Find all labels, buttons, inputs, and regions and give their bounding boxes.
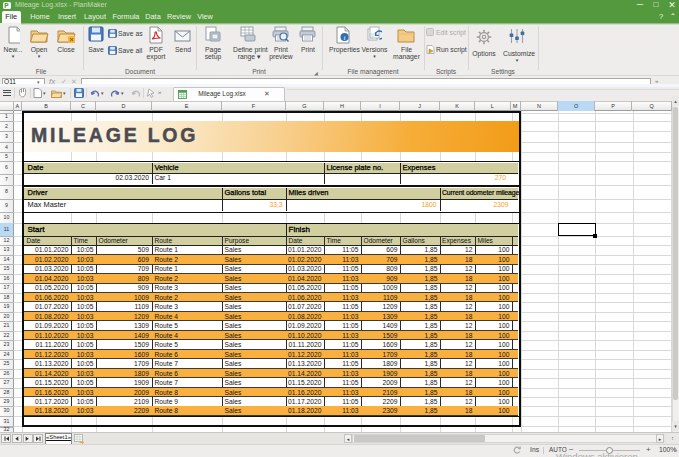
svg-text:✕: ✕	[69, 36, 74, 43]
svg-text:i: i	[344, 34, 346, 42]
